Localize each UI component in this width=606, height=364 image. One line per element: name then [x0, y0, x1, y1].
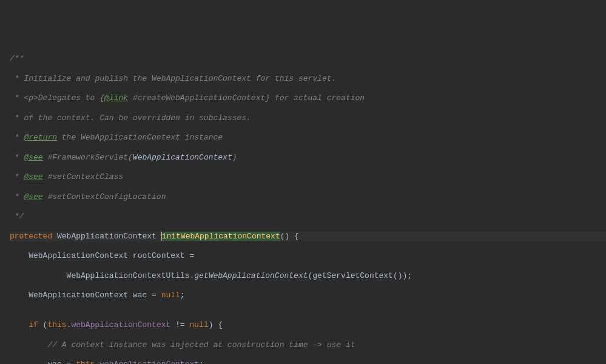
- javadoc-text: ): [232, 153, 237, 162]
- javadoc-see-tag: @see: [24, 153, 42, 162]
- code-editor[interactable]: /** * Initialize and publish the WebAppl…: [10, 44, 606, 364]
- field-ref: webApplicationContext: [99, 360, 199, 364]
- javadoc-see-tag: @see: [24, 192, 42, 201]
- method-name: initWebApplicationContext: [162, 232, 280, 241]
- javadoc-line: * Initialize and publish the WebApplicat…: [10, 74, 336, 83]
- keyword-this: this: [76, 360, 95, 364]
- javadoc-line: *: [10, 133, 24, 142]
- javadoc-link-tag: @link: [104, 93, 128, 103]
- method-declaration-line[interactable]: protected WebApplicationContext initWebA…: [10, 232, 606, 241]
- code-text: WebApplicationContext wac =: [10, 291, 161, 300]
- static-method-call: getWebApplicationContext: [194, 271, 308, 280]
- javadoc-text: #setContextConfigLocation: [43, 192, 166, 201]
- code-text: WebApplicationContext rootContext =: [10, 251, 194, 260]
- semicolon: ;: [199, 360, 204, 364]
- keyword-if: if: [10, 320, 43, 329]
- code-text: () {: [280, 232, 299, 241]
- keyword-null: null: [161, 291, 180, 300]
- javadoc-text: the WebApplicationContext instance: [57, 133, 223, 142]
- javadoc-open: /**: [10, 54, 24, 63]
- javadoc-class-ref: WebApplicationContext: [133, 153, 232, 162]
- code-text: ) {: [209, 320, 223, 329]
- code-text: WebApplicationContextUtils.: [10, 271, 194, 280]
- keyword-protected: protected: [10, 232, 52, 241]
- keyword-this: this: [47, 320, 66, 329]
- javadoc-line: * of the context. Can be overridden in s…: [10, 113, 251, 123]
- javadoc-line: *: [10, 172, 24, 181]
- javadoc-line: * <p>Delegates to {: [10, 93, 104, 103]
- operator: !=: [170, 320, 189, 329]
- code-text: (getServletContext());: [308, 271, 412, 280]
- javadoc-text: #FrameworkServlet(: [43, 153, 133, 162]
- javadoc-see-tag: @see: [24, 172, 42, 181]
- field-ref: webApplicationContext: [71, 320, 170, 329]
- return-type: WebApplicationContext: [52, 232, 161, 241]
- code-text: wac =: [10, 360, 76, 364]
- semicolon: ;: [180, 291, 185, 300]
- javadoc-line: *: [10, 192, 24, 201]
- keyword-null: null: [190, 320, 209, 329]
- javadoc-link-target: #createWebApplicationContext} for actual…: [128, 93, 365, 103]
- javadoc-return-tag: @return: [24, 133, 57, 142]
- javadoc-text: #setContextClass: [43, 172, 124, 181]
- line-comment: // A context instance was injected at co…: [10, 340, 355, 349]
- javadoc-close: */: [10, 212, 24, 221]
- javadoc-line: *: [10, 153, 24, 162]
